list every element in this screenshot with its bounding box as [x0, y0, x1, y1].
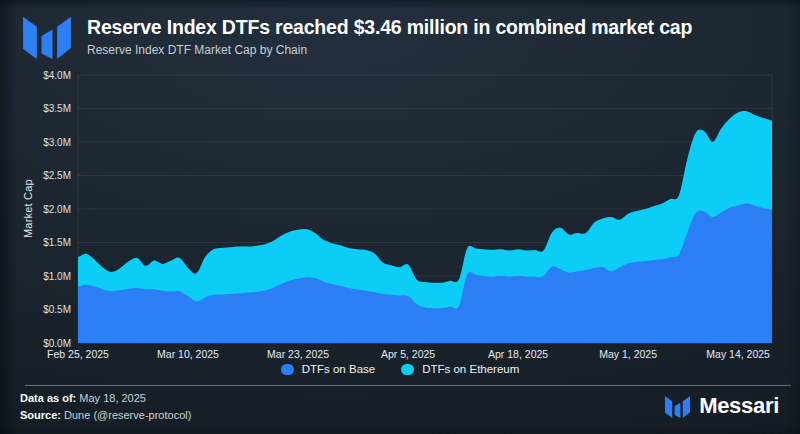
source-value: Dune (@reserve-protocol) — [64, 409, 191, 421]
data-as-of-label: Data as of: — [20, 392, 76, 404]
y-axis-title: Market Cap — [20, 75, 36, 343]
base-legend-dot-icon — [281, 364, 294, 375]
y-tick-label: $0.5M — [43, 304, 71, 315]
x-tick-label: Apr 5, 2025 — [381, 348, 435, 360]
page-title: Reserve Index DTFs reached $3.46 million… — [87, 16, 692, 39]
x-tick-label: Mar 10, 2025 — [157, 348, 219, 360]
legend: DTFs on Base DTFs on Ethereum — [0, 363, 800, 375]
ethereum-legend-dot-icon — [401, 364, 414, 375]
messari-wordmark: Messari — [699, 393, 779, 419]
data-as-of-value: May 18, 2025 — [79, 392, 146, 404]
source-line: Source: Dune (@reserve-protocol) — [20, 407, 191, 424]
x-tick-label: Apr 18, 2025 — [488, 348, 548, 360]
y-tick-label: $3.5M — [43, 103, 71, 114]
x-tick-label: May 1, 2025 — [599, 348, 657, 360]
y-tick-label: $2.0M — [43, 204, 71, 215]
legend-item-base[interactable]: DTFs on Base — [281, 363, 376, 375]
y-tick-label: $1.0M — [43, 271, 71, 282]
header: Reserve Index DTFs reached $3.46 million… — [20, 13, 692, 59]
y-tick-label: $2.5M — [43, 170, 71, 181]
legend-label-base: DTFs on Base — [302, 363, 376, 375]
x-tick-label: May 14, 2025 — [706, 348, 770, 360]
y-tick-label: $0.0M — [43, 338, 71, 349]
messari-logo-icon — [20, 13, 74, 59]
y-tick-label: $3.0M — [43, 137, 71, 148]
x-tick-label: Feb 25, 2025 — [47, 348, 109, 360]
messari-footer-logo-icon — [664, 394, 691, 418]
source-label: Source: — [20, 409, 61, 421]
y-tick-label: $4.0M — [43, 70, 71, 81]
footer-divider — [25, 385, 791, 386]
footer-brand: Messari — [664, 393, 779, 419]
x-tick-label: Mar 23, 2025 — [267, 348, 329, 360]
legend-item-ethereum[interactable]: DTFs on Ethereum — [401, 363, 519, 375]
chart-subtitle: Reserve Index DTF Market Cap by Chain — [87, 43, 692, 57]
chart-card: $0.0M$0.5M$1.0M$1.5M$2.0M$2.5M$3.0M$3.5M… — [0, 0, 800, 434]
footer-meta: Data as of: May 18, 2025 Source: Dune (@… — [20, 390, 191, 424]
data-as-of-line: Data as of: May 18, 2025 — [20, 390, 191, 407]
y-tick-label: $1.5M — [43, 237, 71, 248]
title-block: Reserve Index DTFs reached $3.46 million… — [87, 13, 692, 57]
legend-label-ethereum: DTFs on Ethereum — [422, 363, 519, 375]
